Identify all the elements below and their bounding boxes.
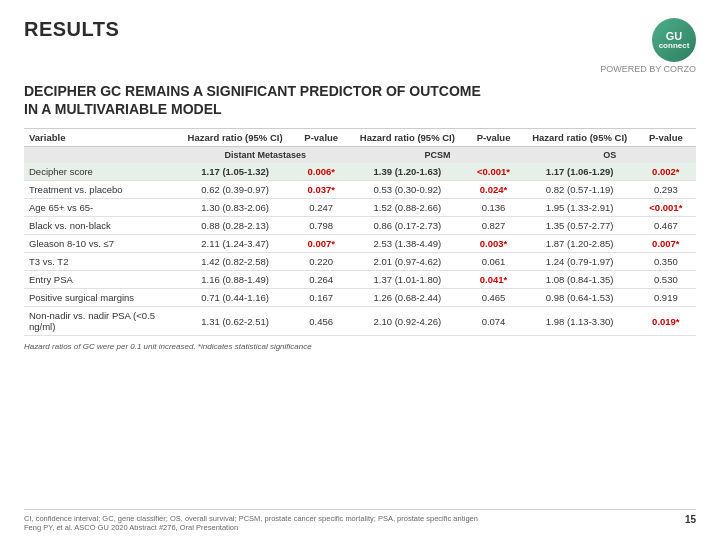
logo-area: GU connect POWERED BY CORZO	[600, 18, 696, 74]
cell-pval3: 0.919	[636, 289, 696, 307]
cell-hr2: 0.86 (0.17-2.73)	[351, 217, 463, 235]
cell-hr2: 2.53 (1.38-4.49)	[351, 235, 463, 253]
cell-pval3: <0.001*	[636, 199, 696, 217]
page-title: RESULTS	[24, 18, 119, 41]
cell-pval1: 0.006*	[291, 163, 351, 181]
cell-variable: Black vs. non-black	[24, 217, 179, 235]
table-row: Non-nadir vs. nadir PSA (<0.5 ng/ml) 1.3…	[24, 307, 696, 336]
cell-pval1: 0.798	[291, 217, 351, 235]
cell-hr1: 0.88 (0.28-2.13)	[179, 217, 291, 235]
table-row: Black vs. non-black 0.88 (0.28-2.13) 0.7…	[24, 217, 696, 235]
subtitle-line1: DECIPHER GC REMAINS A SIGNIFICANT PREDIC…	[24, 83, 481, 99]
logo-line1: GU	[659, 30, 690, 42]
logo-line2: connect	[659, 42, 690, 51]
cell-hr1: 2.11 (1.24-3.47)	[179, 235, 291, 253]
col-pval2: P-value	[463, 129, 523, 147]
col-hr1: Hazard ratio (95% CI)	[179, 129, 291, 147]
cell-pval2: 0.003*	[463, 235, 523, 253]
table-row: Treatment vs. placebo 0.62 (0.39-0.97) 0…	[24, 181, 696, 199]
cell-pval3: 0.002*	[636, 163, 696, 181]
cell-hr3: 1.95 (1.33-2.91)	[524, 199, 636, 217]
bottom-footer: CI, confidence interval; GC, gene classi…	[24, 509, 696, 532]
cell-pval2: 0.827	[463, 217, 523, 235]
page-number: 15	[685, 514, 696, 532]
footnote: Hazard ratios of GC were per 0.1 unit in…	[24, 342, 696, 351]
cell-pval2: 0.041*	[463, 271, 523, 289]
subheader-row: Distant Metastases PCSM OS	[24, 147, 696, 164]
slide-subtitle: DECIPHER GC REMAINS A SIGNIFICANT PREDIC…	[24, 82, 696, 118]
cell-hr1: 0.71 (0.44-1.16)	[179, 289, 291, 307]
cell-hr3: 1.87 (1.20-2.85)	[524, 235, 636, 253]
subheader-os: OS	[524, 147, 696, 164]
cell-hr3: 1.17 (1.06-1.29)	[524, 163, 636, 181]
cell-pval3: 0.007*	[636, 235, 696, 253]
cell-variable: T3 vs. T2	[24, 253, 179, 271]
cell-hr2: 0.53 (0.30-0.92)	[351, 181, 463, 199]
logo-powered: POWERED BY CORZO	[600, 64, 696, 74]
cell-hr3: 1.98 (1.13-3.30)	[524, 307, 636, 336]
table-row: Entry PSA 1.16 (0.88-1.49) 0.264 1.37 (1…	[24, 271, 696, 289]
cell-pval1: 0.264	[291, 271, 351, 289]
cell-variable: Entry PSA	[24, 271, 179, 289]
col-hr2: Hazard ratio (95% CI)	[351, 129, 463, 147]
cell-pval2: 0.024*	[463, 181, 523, 199]
cell-pval3: 0.293	[636, 181, 696, 199]
cell-hr1: 1.17 (1.05-1.32)	[179, 163, 291, 181]
page: RESULTS GU connect POWERED BY CORZO DECI…	[0, 0, 720, 540]
results-table: Variable Hazard ratio (95% CI) P-value H…	[24, 128, 696, 336]
cell-variable: Positive surgical margins	[24, 289, 179, 307]
cell-hr3: 1.08 (0.84-1.35)	[524, 271, 636, 289]
cell-pval2: 0.136	[463, 199, 523, 217]
table-body: Decipher score 1.17 (1.05-1.32) 0.006* 1…	[24, 163, 696, 336]
cell-pval3: 0.019*	[636, 307, 696, 336]
logo-icon: GU connect	[652, 18, 696, 62]
subheader-dm: Distant Metastases	[179, 147, 351, 164]
cell-hr1: 1.16 (0.88-1.49)	[179, 271, 291, 289]
cell-hr3: 1.35 (0.57-2.77)	[524, 217, 636, 235]
cell-pval3: 0.350	[636, 253, 696, 271]
cell-pval1: 0.247	[291, 199, 351, 217]
cell-pval2: 0.061	[463, 253, 523, 271]
cell-hr1: 0.62 (0.39-0.97)	[179, 181, 291, 199]
col-pval3: P-value	[636, 129, 696, 147]
cell-pval1: 0.037*	[291, 181, 351, 199]
table-row: Gleason 8-10 vs. ≤7 2.11 (1.24-3.47) 0.0…	[24, 235, 696, 253]
cell-hr2: 1.52 (0.88-2.66)	[351, 199, 463, 217]
cell-hr2: 2.01 (0.97-4.62)	[351, 253, 463, 271]
cell-pval1: 0.007*	[291, 235, 351, 253]
subtitle-line2: IN A MULTIVARIABLE MODEL	[24, 101, 222, 117]
cell-hr1: 1.42 (0.82-2.58)	[179, 253, 291, 271]
cell-pval3: 0.467	[636, 217, 696, 235]
subheader-pcsm: PCSM	[351, 147, 523, 164]
cell-variable: Non-nadir vs. nadir PSA (<0.5 ng/ml)	[24, 307, 179, 336]
cell-variable: Gleason 8-10 vs. ≤7	[24, 235, 179, 253]
subheader-empty	[24, 147, 179, 164]
cell-hr3: 0.98 (0.64-1.53)	[524, 289, 636, 307]
table-row: T3 vs. T2 1.42 (0.82-2.58) 0.220 2.01 (0…	[24, 253, 696, 271]
cell-pval1: 0.167	[291, 289, 351, 307]
cell-hr2: 1.26 (0.68-2.44)	[351, 289, 463, 307]
cell-variable: Decipher score	[24, 163, 179, 181]
header-row: RESULTS GU connect POWERED BY CORZO	[24, 18, 696, 74]
cell-pval2: 0.465	[463, 289, 523, 307]
col-header-row: Variable Hazard ratio (95% CI) P-value H…	[24, 129, 696, 147]
cell-pval1: 0.456	[291, 307, 351, 336]
col-pval1: P-value	[291, 129, 351, 147]
cell-pval1: 0.220	[291, 253, 351, 271]
cell-hr3: 0.82 (0.57-1.19)	[524, 181, 636, 199]
cell-pval2: <0.001*	[463, 163, 523, 181]
table-row: Positive surgical margins 0.71 (0.44-1.1…	[24, 289, 696, 307]
cell-hr1: 1.31 (0.62-2.51)	[179, 307, 291, 336]
table-row: Decipher score 1.17 (1.05-1.32) 0.006* 1…	[24, 163, 696, 181]
cell-hr3: 1.24 (0.79-1.97)	[524, 253, 636, 271]
cell-hr2: 1.37 (1.01-1.80)	[351, 271, 463, 289]
footer-abbreviations: CI, confidence interval; GC, gene classi…	[24, 514, 478, 523]
col-variable: Variable	[24, 129, 179, 147]
footer-citation: Feng PY, et al. ASCO GU 2020 Abstract #2…	[24, 523, 478, 532]
cell-hr2: 2.10 (0.92-4.26)	[351, 307, 463, 336]
cell-pval2: 0.074	[463, 307, 523, 336]
col-hr3: Hazard ratio (95% CI)	[524, 129, 636, 147]
cell-hr1: 1.30 (0.83-2.06)	[179, 199, 291, 217]
table-row: Age 65+ vs 65- 1.30 (0.83-2.06) 0.247 1.…	[24, 199, 696, 217]
cell-pval3: 0.530	[636, 271, 696, 289]
